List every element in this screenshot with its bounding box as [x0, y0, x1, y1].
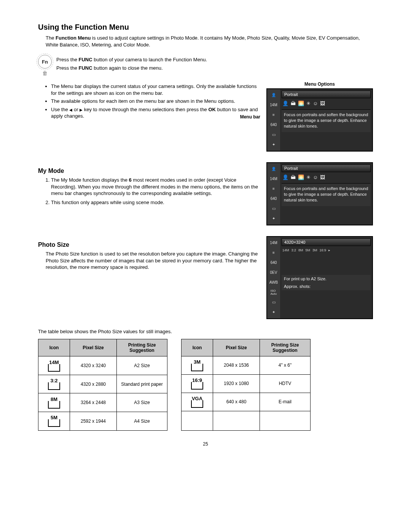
- cell: A4 Size: [117, 412, 167, 430]
- size-icon: 14M: [269, 175, 278, 183]
- th-print: Printing Size Suggestion: [260, 339, 311, 356]
- lcd-title: Portrait: [282, 165, 371, 172]
- landscape-icon: 🏔: [291, 101, 296, 106]
- metering-icon: ▭: [269, 205, 278, 212]
- lcd-description: Focus on portraits and soften the backgr…: [282, 109, 371, 132]
- frame-icon: 🖼: [320, 101, 325, 106]
- text: key to move through the menu selections …: [83, 107, 208, 112]
- bracket-icon: [48, 366, 60, 372]
- text: button again to close the menu.: [92, 65, 163, 71]
- th-icon: Icon: [38, 339, 70, 356]
- person-icon: 👤: [269, 165, 278, 173]
- lcd-options: 14M 3:2 8M 5M 3M 16:9 ▸: [280, 247, 372, 255]
- movie-icon: 640: [269, 259, 278, 267]
- opt: 5M: [306, 248, 311, 252]
- list-item: Use the ◀ or ▶ key to move through the m…: [51, 106, 260, 120]
- photo-size-heading: Photo Size: [38, 241, 260, 248]
- cell: Standard print paper: [117, 375, 167, 393]
- portrait-icon: 👤: [282, 174, 288, 180]
- icon-label: 3M: [194, 359, 201, 364]
- metering-icon: ▭: [269, 299, 278, 306]
- table-row: 16:9 1920 x 1080 HDTV: [182, 374, 311, 393]
- size-icon: 14M: [269, 239, 278, 247]
- text: Press the: [56, 65, 79, 71]
- bracket-icon: [191, 402, 203, 408]
- lcd-description: For print up to A2 Size.: [282, 275, 371, 283]
- menu-options-label: Menu Options: [266, 81, 373, 87]
- cell: E-mail: [260, 393, 311, 411]
- icon-label: VGA: [192, 396, 202, 401]
- icon-label: 5M: [51, 415, 57, 420]
- chevron-right-icon: ▸: [328, 248, 330, 252]
- icon-label: 3:2: [51, 378, 58, 383]
- opt: 8M: [298, 248, 303, 252]
- sunset-icon: 🌅: [298, 101, 304, 106]
- smile-icon: ☺: [313, 174, 318, 180]
- bracket-icon: [48, 384, 60, 390]
- awb-icon: AWB: [269, 279, 278, 286]
- portrait-icon: 👤: [282, 101, 288, 106]
- page-title: Using the Function Menu: [38, 23, 373, 32]
- my-mode-heading: My Mode: [38, 168, 260, 174]
- cell: 4320 x 2880: [70, 375, 117, 393]
- person-icon: 👤: [269, 91, 278, 99]
- text: or: [72, 107, 80, 112]
- icon-label: 14M: [49, 360, 59, 365]
- list-item: The available options for each item on t…: [51, 98, 260, 105]
- table-row: 3:2 4320 x 2880 Standard print paper: [38, 375, 167, 393]
- th-print: Printing Size Suggestion: [117, 339, 167, 356]
- text: Use the: [51, 107, 69, 112]
- list-item: The Menu bar displays the current status…: [51, 83, 260, 96]
- cell: 4" x 6": [260, 356, 311, 374]
- metering-icon: ▭: [269, 131, 278, 139]
- sunset-icon: 🌅: [298, 174, 304, 180]
- th-pixel: Pixel Size: [70, 339, 117, 356]
- text-bold: 6: [129, 177, 132, 183]
- fireworks-icon: ✳: [306, 101, 311, 106]
- text: The My Mode function displays the: [51, 177, 129, 183]
- text: The: [46, 35, 56, 41]
- cell: 640 x 480: [213, 393, 260, 411]
- opt: 14M: [282, 248, 289, 252]
- cell: 1920 x 1080: [213, 374, 260, 393]
- table-row: 3M 2048 x 1536 4" x 6": [182, 356, 311, 374]
- camera-lcd-mock: 👤 14M ≡ 640 ▭ ✦ Portrait 👤 🏔 🌅 ✳ ☺ 🖼 Foc…: [266, 88, 373, 152]
- table-row: 8M 3264 x 2448 A3 Size: [38, 393, 167, 412]
- lcd-description: Focus on portraits and soften the backgr…: [282, 183, 371, 206]
- text: button of your camera to launch the Func…: [92, 57, 207, 62]
- th-pixel: Pixel Size: [213, 339, 260, 356]
- fn-instructions: Press the FUNC button of your camera to …: [56, 55, 207, 73]
- table-row: 14M 4320 x 3240 A2 Size: [38, 356, 167, 375]
- lcd-description-2: Approx. shots:: [282, 283, 371, 290]
- cell: [213, 411, 260, 430]
- page-number: 25: [38, 441, 373, 447]
- movie-icon: 640: [269, 121, 278, 129]
- menu-bar-label: Menu bar: [240, 114, 260, 120]
- cell: A2 Size: [117, 356, 167, 375]
- text: is used to adjust capture settings in Ph…: [46, 35, 360, 48]
- cell: 4320 x 3240: [70, 356, 117, 375]
- trash-icon: 🗑: [42, 70, 48, 76]
- cell: [260, 411, 311, 430]
- photo-size-table-left: Icon Pixel Size Printing Size Suggestion…: [38, 339, 167, 431]
- fireworks-icon: ✳: [306, 174, 311, 180]
- camera-lcd-mock-photosize: 14M ≡ 640 0EV AWB ISOAuto ▭ ✦ 4320×3240 …: [266, 236, 373, 319]
- movie-icon: 640: [269, 195, 278, 203]
- bracket-icon: [48, 421, 60, 427]
- color-icon: ✦: [269, 308, 278, 316]
- quality-icon: ≡: [269, 111, 278, 119]
- bracket-icon: [191, 365, 203, 371]
- lcd-title: Portrait: [282, 91, 371, 98]
- cell: 3264 x 2448: [70, 393, 117, 412]
- intro-paragraph: The Function Menu is used to adjust capt…: [46, 35, 373, 48]
- lcd-sidebar: 👤 14M ≡ 640 ▭ ✦: [267, 89, 280, 151]
- table-row: 5M 2592 x 1944 A4 Size: [38, 412, 167, 430]
- icon-label: 16:9: [192, 378, 202, 383]
- table-row: VGA 640 x 480 E-mail: [182, 393, 311, 411]
- cell: A3 Size: [117, 393, 167, 412]
- opt: 16:9: [320, 248, 327, 252]
- th-icon: Icon: [182, 339, 213, 356]
- landscape-icon: 🏔: [291, 174, 296, 180]
- ev-icon: 0EV: [269, 269, 278, 276]
- text-bold: OK: [208, 107, 216, 112]
